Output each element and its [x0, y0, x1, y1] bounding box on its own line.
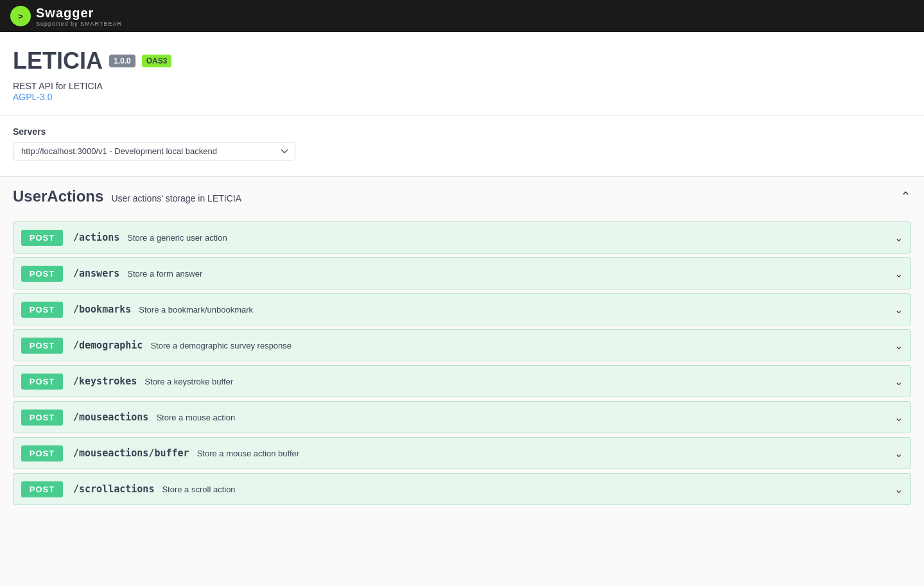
endpoint-summary: Store a demographic survey response — [150, 341, 894, 350]
user-actions-section: UserActions User actions' storage in LET… — [0, 177, 924, 514]
endpoint-row[interactable]: POST/answersStore a form answer⌄ — [13, 257, 911, 289]
endpoint-row[interactable]: POST/scrollactionsStore a scroll action⌄ — [13, 473, 911, 505]
method-badge: POST — [21, 230, 63, 246]
endpoint-list: POST/actionsStore a generic user action⌄… — [13, 216, 911, 514]
endpoint-expand-icon: ⌄ — [894, 268, 903, 280]
endpoint-summary: Store a form answer — [127, 269, 894, 279]
endpoint-row[interactable]: POST/actionsStore a generic user action⌄ — [13, 221, 911, 254]
endpoint-path: /actions — [73, 232, 119, 243]
swagger-label: Swagger — [36, 6, 94, 20]
endpoint-path: /answers — [73, 268, 119, 279]
method-badge: POST — [21, 374, 63, 390]
collapse-icon[interactable]: ⌃ — [900, 189, 911, 204]
endpoint-path: /mouseactions — [73, 411, 148, 423]
endpoint-expand-icon: ⌄ — [894, 411, 903, 424]
section-description: User actions' storage in LETICIA — [111, 193, 241, 203]
endpoint-row[interactable]: POST/mouseactionsStore a mouse action⌄ — [13, 401, 911, 433]
svg-text:>: > — [18, 12, 23, 21]
endpoint-row[interactable]: POST/bookmarksStore a bookmark/unbookmar… — [13, 293, 911, 325]
endpoint-summary: Store a scroll action — [162, 485, 894, 494]
version-badge: 1.0.0 — [109, 55, 135, 67]
logo: > Swagger Supported by SMARTBEAR — [10, 6, 122, 27]
api-title: LETICIA — [13, 47, 103, 74]
endpoint-path: /bookmarks — [73, 304, 131, 315]
swagger-brand: Swagger Supported by SMARTBEAR — [36, 6, 122, 27]
endpoint-summary: Store a mouse action — [156, 413, 894, 422]
endpoint-summary: Store a keystroke buffer — [144, 377, 894, 386]
endpoint-expand-icon: ⌄ — [894, 483, 903, 496]
method-badge: POST — [21, 481, 63, 497]
endpoint-summary: Store a mouse action buffer — [197, 449, 894, 458]
endpoint-row[interactable]: POST/mouseactions/bufferStore a mouse ac… — [13, 437, 911, 469]
servers-label: Servers — [13, 126, 911, 137]
endpoint-path: /mouseactions/buffer — [73, 447, 189, 459]
endpoint-expand-icon: ⌄ — [894, 304, 903, 316]
swagger-logo-icon: > — [10, 6, 31, 26]
endpoint-summary: Store a bookmark/unbookmark — [139, 305, 894, 315]
method-badge: POST — [21, 338, 63, 354]
method-badge: POST — [21, 445, 63, 461]
section-header: UserActions User actions' storage in LET… — [13, 177, 911, 216]
endpoint-expand-icon: ⌄ — [894, 340, 903, 352]
endpoint-row[interactable]: POST/keystrokesStore a keystroke buffer⌄ — [13, 365, 911, 397]
api-description: REST API for LETICIA — [13, 81, 911, 91]
section-title: UserActions — [13, 187, 103, 205]
section-title-area: UserActions User actions' storage in LET… — [13, 187, 241, 205]
server-select[interactable]: http://localhost:3000/v1 - Development l… — [13, 142, 295, 160]
oas3-badge: OAS3 — [142, 55, 172, 67]
smartbear-label: Supported by SMARTBEAR — [36, 21, 122, 27]
endpoint-expand-icon: ⌄ — [894, 447, 903, 460]
method-badge: POST — [21, 409, 63, 426]
method-badge: POST — [21, 266, 63, 282]
endpoint-summary: Store a generic user action — [127, 233, 894, 243]
endpoint-expand-icon: ⌄ — [894, 232, 903, 244]
method-badge: POST — [21, 302, 63, 318]
servers-section: Servers http://localhost:3000/v1 - Devel… — [0, 116, 924, 177]
endpoint-path: /scrollactions — [73, 483, 154, 495]
endpoint-path: /demographic — [73, 340, 143, 351]
endpoint-path: /keystrokes — [73, 375, 137, 387]
api-license-link[interactable]: AGPL-3.0 — [13, 92, 52, 102]
info-section: LETICIA 1.0.0 OAS3 REST API for LETICIA … — [0, 32, 924, 116]
navbar: > Swagger Supported by SMARTBEAR — [0, 0, 924, 32]
endpoint-expand-icon: ⌄ — [894, 375, 903, 388]
endpoint-row[interactable]: POST/demographicStore a demographic surv… — [13, 329, 911, 361]
api-title-row: LETICIA 1.0.0 OAS3 — [13, 47, 911, 74]
